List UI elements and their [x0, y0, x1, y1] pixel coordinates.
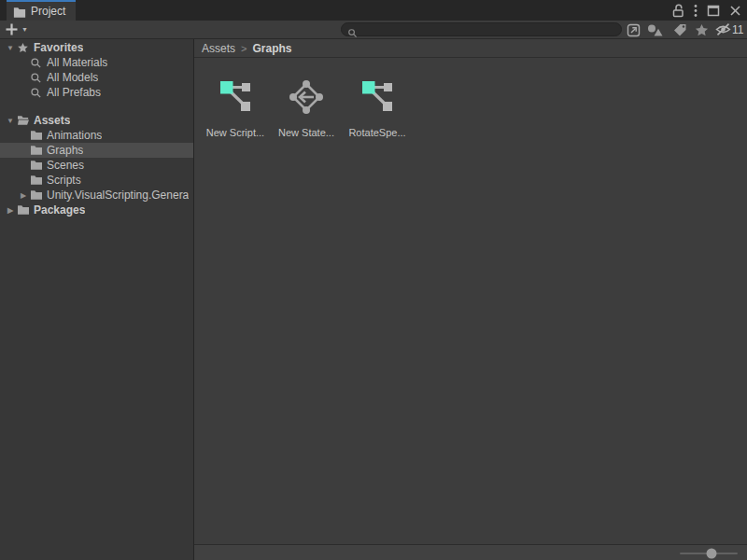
unlock-icon[interactable]	[672, 4, 684, 18]
asset-item-label: New State...	[278, 127, 334, 138]
chevron-right-icon[interactable]: ▶	[17, 191, 30, 200]
state-graph-icon	[288, 78, 325, 116]
sidebar-item-packages[interactable]: ▶Packages	[0, 203, 193, 217]
sidebar-item-label: All Prefabs	[47, 86, 101, 99]
breadcrumb-root[interactable]: Assets	[202, 42, 235, 55]
sidebar-item-assets[interactable]: ▼Assets	[0, 113, 193, 128]
sidebar-item-label: Assets	[34, 114, 70, 127]
chevron-right-icon[interactable]: ▶	[4, 206, 17, 215]
search-by-type-icon[interactable]	[647, 23, 663, 36]
status-bar	[194, 544, 747, 560]
folder-icon	[30, 145, 45, 156]
folder-icon	[13, 6, 26, 18]
sidebar-item-all-materials[interactable]: All Materials	[0, 55, 193, 70]
dropdown-arrow-icon: ▼	[21, 26, 28, 33]
script-graph-icon	[217, 78, 254, 116]
breadcrumb-separator-icon: >	[241, 43, 247, 54]
sidebar-item-graphs[interactable]: Graphs	[0, 143, 193, 158]
zoom-slider-thumb[interactable]	[707, 549, 717, 559]
tab-bar: Project	[0, 0, 747, 21]
folder-icon	[17, 204, 32, 216]
asset-item-label: New Script...	[206, 127, 264, 138]
project-toolbar: ▼	[0, 21, 747, 39]
sidebar-item-scenes[interactable]: Scenes	[0, 158, 193, 173]
asset-item-label: RotateSpe...	[348, 127, 405, 138]
sidebar-item-label: Packages	[34, 203, 85, 217]
save-search-star-icon[interactable]	[695, 23, 709, 37]
asset-item-new-state[interactable]: New State...	[273, 78, 340, 138]
hidden-count-toggle[interactable]: 11	[715, 22, 743, 36]
maximize-icon[interactable]	[707, 5, 720, 17]
window-controls	[672, 0, 741, 21]
breadcrumb-current[interactable]: Graphs	[252, 42, 291, 55]
folder-icon	[30, 175, 45, 186]
sidebar-item-all-prefabs[interactable]: All Prefabs	[0, 85, 193, 100]
chevron-down-icon[interactable]: ▼	[4, 117, 17, 125]
sidebar-item-favorites[interactable]: ▼Favorites	[0, 40, 193, 55]
sidebar-item-scripts[interactable]: Scripts	[0, 173, 193, 188]
asset-grid: New Script...New State...RotateSpe...	[194, 58, 747, 138]
search-icon	[30, 72, 45, 84]
folder-icon	[30, 160, 45, 171]
create-add-button[interactable]: ▼	[5, 22, 28, 36]
star-icon	[17, 42, 32, 54]
sidebar-item-label: Favorites	[34, 41, 83, 54]
tab-label: Project	[31, 5, 65, 18]
search-by-label-icon[interactable]	[673, 23, 687, 36]
sidebar-item-label: Graphs	[47, 144, 83, 157]
search-input[interactable]	[360, 24, 618, 36]
sidebar-item-unity-visualscripting-genera[interactable]: ▶Unity.VisualScripting.Genera	[0, 188, 193, 203]
sidebar-item-label: Scenes	[47, 159, 84, 172]
folder-icon	[30, 130, 45, 141]
open-in-search-icon[interactable]	[627, 23, 641, 37]
close-icon[interactable]	[729, 5, 741, 17]
sidebar-item-label: Animations	[47, 129, 102, 142]
sidebar-item-label: Unity.VisualScripting.Genera	[47, 189, 189, 202]
search-icon	[30, 87, 45, 99]
project-tree-sidebar: ▼FavoritesAll MaterialsAll ModelsAll Pre…	[0, 39, 193, 560]
sidebar-item-label: Scripts	[47, 174, 81, 187]
asset-item-new-script[interactable]: New Script...	[202, 78, 269, 138]
eye-off-icon	[715, 22, 731, 36]
tab-project[interactable]: Project	[7, 0, 76, 21]
sidebar-item-label: All Materials	[47, 56, 107, 69]
search-icon	[30, 57, 45, 69]
chevron-down-icon[interactable]: ▼	[4, 44, 17, 52]
breadcrumb: Assets > Graphs	[194, 39, 747, 58]
folder-icon	[30, 189, 45, 201]
asset-browser-panel: Assets > Graphs New Script...New State..…	[194, 39, 747, 560]
script-graph-icon	[359, 78, 396, 116]
add-icon	[5, 22, 19, 36]
sidebar-item-label: All Models	[47, 71, 98, 84]
sidebar-item-all-models[interactable]: All Models	[0, 70, 193, 85]
hidden-count: 11	[732, 23, 743, 36]
zoom-slider[interactable]	[680, 553, 738, 554]
kebab-menu-icon[interactable]	[694, 4, 698, 18]
asset-item-rotatespe[interactable]: RotateSpe...	[344, 78, 411, 138]
sidebar-item-animations[interactable]: Animations	[0, 128, 193, 143]
folder-open-icon	[17, 115, 32, 126]
search-field	[341, 22, 622, 36]
